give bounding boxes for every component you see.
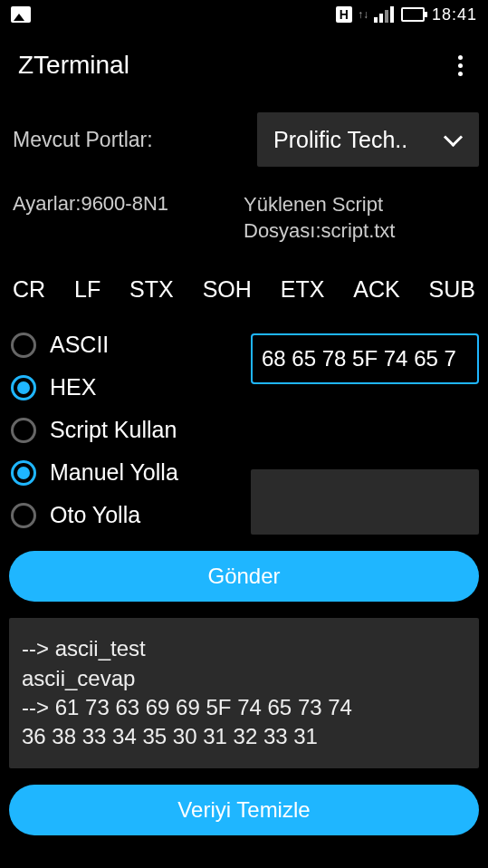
chevron-down-icon (445, 130, 463, 149)
dot-icon (458, 72, 463, 76)
terminal-output[interactable]: --> ascii_test ascii_cevap --> 61 73 63 … (9, 618, 479, 768)
radio-icon (11, 460, 36, 486)
radio-label: Oto Yolla (50, 502, 140, 528)
data-arrows-icon: ↑↓ (358, 9, 368, 20)
radio-ascii[interactable]: ASCII (9, 332, 242, 358)
battery-icon (401, 7, 425, 22)
control-char-lf[interactable]: LF (72, 273, 102, 306)
status-time: 18:41 (432, 5, 477, 24)
control-char-soh[interactable]: SOH (201, 273, 254, 306)
radio-icon (11, 333, 36, 358)
dot-icon (458, 63, 463, 68)
ports-label: Mevcut Portlar: (9, 128, 153, 152)
network-type-badge: H (336, 6, 352, 23)
dot-icon (458, 55, 463, 60)
script-file-text: Yüklenen Script Dosyası:script.txt (244, 192, 479, 244)
clear-button[interactable]: Veriyi Temizle (9, 785, 479, 835)
control-char-row: CR LF STX SOH ETX ACK SUB (9, 273, 479, 306)
control-char-sub[interactable]: SUB (427, 273, 477, 306)
settings-text: Ayarlar:9600-8N1 (9, 192, 234, 244)
content: Mevcut Portlar: Prolific Tech.. Ayarlar:… (0, 92, 488, 835)
options-section: ASCII HEX Script Kullan Manuel Yolla Oto… (9, 332, 479, 535)
port-dropdown[interactable]: Prolific Tech.. (257, 112, 479, 167)
radio-auto-send[interactable]: Oto Yolla (9, 502, 242, 528)
status-right: H ↑↓ 18:41 (336, 5, 477, 24)
control-char-etx[interactable]: ETX (279, 273, 327, 306)
control-char-stx[interactable]: STX (128, 273, 176, 306)
radio-manual-send[interactable]: Manuel Yolla (9, 459, 242, 486)
send-button[interactable]: Gönder (9, 551, 479, 602)
radio-icon (11, 503, 36, 528)
secondary-input[interactable] (251, 469, 479, 535)
settings-row: Ayarlar:9600-8N1 Yüklenen Script Dosyası… (9, 192, 479, 244)
radio-label: Script Kullan (50, 417, 177, 443)
control-char-ack[interactable]: ACK (351, 273, 401, 306)
hex-input[interactable]: 68 65 78 5F 74 65 7 (251, 333, 479, 384)
control-char-cr[interactable]: CR (11, 273, 47, 306)
app-bar: ZTerminal (0, 38, 488, 92)
radio-label: ASCII (50, 332, 109, 358)
port-dropdown-value: Prolific Tech.. (273, 127, 407, 153)
radio-label: Manuel Yolla (50, 459, 178, 486)
status-bar: H ↑↓ 18:41 (0, 0, 488, 29)
radio-group: ASCII HEX Script Kullan Manuel Yolla Oto… (9, 332, 242, 535)
app-title: ZTerminal (18, 51, 129, 80)
signal-icon (374, 6, 394, 23)
gallery-icon (11, 6, 31, 23)
radio-hex[interactable]: HEX (9, 374, 242, 400)
radio-icon (11, 418, 36, 443)
radio-script[interactable]: Script Kullan (9, 417, 242, 443)
overflow-menu-button[interactable] (451, 48, 470, 83)
radio-label: HEX (50, 374, 96, 400)
status-left (11, 6, 31, 23)
right-inputs: 68 65 78 5F 74 65 7 (251, 332, 479, 535)
ports-row: Mevcut Portlar: Prolific Tech.. (9, 112, 479, 167)
radio-icon (11, 375, 36, 400)
